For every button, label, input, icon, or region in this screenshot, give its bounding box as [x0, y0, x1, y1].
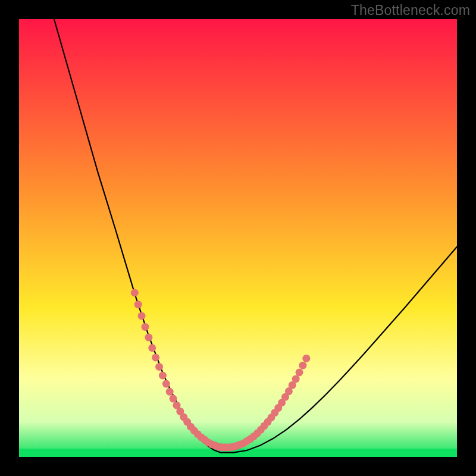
plot-area: [19, 19, 457, 457]
highlight-dot: [302, 355, 310, 362]
highlight-dot: [166, 388, 174, 396]
highlight-dot: [299, 362, 306, 369]
highlight-dot: [159, 372, 167, 380]
highlight-dot: [292, 375, 300, 383]
highlight-dot: [145, 334, 152, 342]
chart-frame: TheBottleneck.com: [0, 0, 476, 476]
highlight-dot: [162, 380, 170, 388]
highlight-dot: [141, 323, 149, 331]
highlight-dot: [148, 344, 156, 352]
bottleneck-chart: [19, 19, 457, 457]
watermark-text: TheBottleneck.com: [351, 2, 470, 18]
highlight-dot: [296, 368, 303, 376]
highlight-dot: [131, 289, 139, 297]
green-baseline-strip: [19, 449, 457, 457]
highlight-dot: [170, 395, 177, 403]
highlight-dot: [134, 300, 142, 308]
gradient-background: [19, 19, 457, 457]
highlight-dot: [152, 353, 159, 361]
highlight-dot: [138, 312, 146, 320]
highlight-dot: [155, 363, 163, 371]
